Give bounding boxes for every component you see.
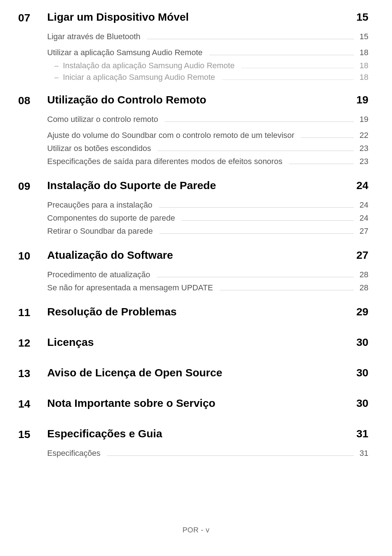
subentry-text: Instalação da aplicação Samsung Audio Re… [63,61,234,70]
section-body: Ligar um Dispositivo Móvel15Ligar atravé… [47,11,368,84]
leader-line [181,220,354,221]
toc-entry[interactable]: Como utilizar o controlo remoto19 [47,115,368,124]
section-heading-row[interactable]: Especificações e Guia31 [47,428,368,440]
entry-text: Ajuste do volume do Soundbar com o contr… [47,131,294,140]
toc-section: 07Ligar um Dispositivo Móvel15Ligar atra… [18,11,368,84]
section-title: Nota Importante sobre o Serviço [47,397,215,409]
section-number: 12 [18,336,47,357]
toc-section: 08Utilização do Controlo Remoto19Como ut… [18,94,368,170]
section-heading-row[interactable]: Resolução de Problemas29 [47,306,368,318]
section-body: Instalação do Suporte de Parede24Precauç… [47,179,368,240]
dash-icon: – [54,73,58,82]
section-body: Atualização do Software27Procedimento de… [47,249,368,296]
section-page: 31 [356,428,368,440]
leader-line [220,290,354,290]
entry-text: Retirar o Soundbar da parede [47,226,153,236]
spacer [18,173,368,179]
leader-line [159,233,354,234]
toc-entry[interactable]: Ajuste do volume do Soundbar com o contr… [47,131,368,140]
section-heading-row[interactable]: Nota Importante sobre o Serviço30 [47,397,368,409]
section-number: 10 [18,249,47,296]
section-body: Utilização do Controlo Remoto19Como util… [47,94,368,170]
spacer [18,87,368,94]
leader-line [165,122,354,122]
section-page: 24 [356,179,368,192]
section-number: 08 [18,94,47,170]
spacer [47,128,368,131]
leader-line [209,55,354,55]
section-body: Resolução de Problemas29 [47,306,368,327]
entry-page: 24 [358,200,368,210]
toc-subentry[interactable]: –Instalação da aplicação Samsung Audio R… [47,61,368,70]
section-title: Atualização do Software [47,249,173,261]
entry-text: Precauções para a instalação [47,200,152,210]
toc-section: 15Especificações e Guia31Especificações3… [18,428,368,462]
section-page: 30 [356,367,368,379]
spacer [18,421,368,428]
section-heading-row[interactable]: Licenças30 [47,336,368,348]
entry-text: Especificações de saída para diferentes … [47,157,282,166]
section-heading-row[interactable]: Ligar um Dispositivo Móvel15 [47,11,368,23]
section-heading-row[interactable]: Atualização do Software27 [47,249,368,261]
toc-entry[interactable]: Procedimento de atualização28 [47,270,368,279]
subentry-text: Iniciar a aplicação Samsung Audio Remote [63,73,215,82]
toc-entry[interactable]: Componentes do suporte de parede24 [47,213,368,223]
leader-line [147,39,354,39]
toc-section: 13Aviso de Licença de Open Source30 [18,367,368,388]
section-number: 13 [18,367,47,388]
section-heading-row[interactable]: Utilização do Controlo Remoto19 [47,94,368,106]
toc-section: 12Licenças30 [18,336,368,357]
section-heading-row[interactable]: Instalação do Suporte de Parede24 [47,179,368,192]
section-heading-row[interactable]: Aviso de Licença de Open Source30 [47,367,368,379]
spacer [18,299,368,306]
section-number: 14 [18,397,47,418]
entry-text: Se não for apresentada a mensagem UPDATE [47,283,213,293]
toc-entry[interactable]: Precauções para a instalação24 [47,200,368,210]
entry-page: 24 [358,213,368,223]
leader-line [159,207,354,208]
toc-section: 09Instalação do Suporte de Parede24Preca… [18,179,368,240]
toc-entry[interactable]: Se não for apresentada a mensagem UPDATE… [47,283,368,293]
spacer [18,465,368,471]
toc-entry[interactable]: Retirar o Soundbar da parede27 [47,226,368,236]
section-number: 09 [18,179,47,240]
section-number: 07 [18,11,47,84]
leader-line [241,68,354,68]
section-body: Especificações e Guia31Especificações31 [47,428,368,462]
spacer [47,45,368,48]
toc-entry[interactable]: Ligar através de Bluetooth15 [47,32,368,41]
section-page: 27 [356,249,368,261]
section-page: 30 [356,336,368,348]
page-footer: POR - v [0,526,392,534]
section-page: 19 [356,94,368,106]
toc-entry[interactable]: Utilizar os botões escondidos23 [47,144,368,153]
entry-page: 23 [358,144,368,153]
entry-text: Componentes do suporte de parede [47,213,175,223]
leader-line [222,79,354,80]
entry-text: Utilizar a aplicação Samsung Audio Remot… [47,48,203,57]
section-body: Aviso de Licença de Open Source30 [47,367,368,388]
leader-line [107,455,354,456]
spacer [18,360,368,367]
entry-page: 23 [358,157,368,166]
section-body: Licenças30 [47,336,368,357]
entry-page: 31 [358,449,368,458]
section-title: Licenças [47,336,94,348]
toc-entry[interactable]: Utilizar a aplicação Samsung Audio Remot… [47,48,368,57]
toc-entry[interactable]: Especificações de saída para diferentes … [47,157,368,166]
section-title: Resolução de Problemas [47,306,177,318]
subentry-page: 18 [358,61,368,70]
leader-line [158,151,354,151]
section-number: 15 [18,428,47,462]
entry-page: 15 [358,32,368,41]
entry-page: 19 [358,115,368,124]
entry-text: Especificações [47,449,101,458]
table-of-contents: 07Ligar um Dispositivo Móvel15Ligar atra… [18,11,368,471]
toc-entry[interactable]: Especificações31 [47,449,368,458]
subentry-page: 18 [358,73,368,82]
section-title: Especificações e Guia [47,428,162,440]
section-title: Aviso de Licença de Open Source [47,367,222,379]
entry-text: Como utilizar o controlo remoto [47,115,158,124]
toc-subentry[interactable]: –Iniciar a aplicação Samsung Audio Remot… [47,73,368,82]
entry-text: Ligar através de Bluetooth [47,32,140,41]
